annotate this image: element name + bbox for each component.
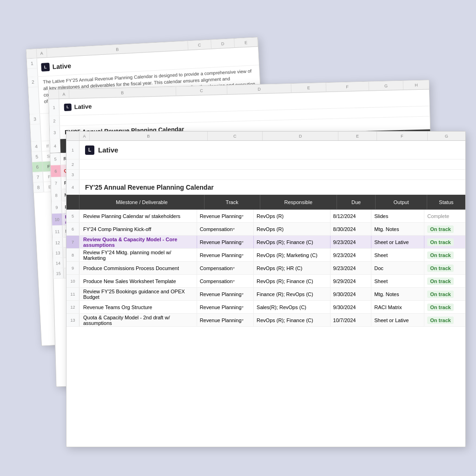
s3-r12-status: On track <box>424 301 465 313</box>
s3-th-track: Track <box>205 195 260 209</box>
s3-col-a: A <box>79 132 90 140</box>
logo-icon: L <box>41 62 50 71</box>
s2-rn-4: 4 <box>50 139 61 153</box>
s3-r11-responsible: Finance (R); RevOps (C) <box>254 288 330 300</box>
s2-col-e: E <box>291 83 326 93</box>
s3-r5-status: Complete <box>424 210 465 222</box>
s3-r11-due: 9/30/2024 <box>331 288 372 300</box>
s3-r6-status: On track <box>424 223 465 235</box>
s2-rn-2: 2 <box>49 116 60 126</box>
s2-col-a: A <box>59 90 69 99</box>
s3-r6-output: Mtg. Notes <box>371 223 424 235</box>
s3-r9-due: 9/23/2024 <box>331 262 372 274</box>
s3-col-g: G <box>428 132 465 140</box>
s3-logo-icon: L <box>85 145 94 155</box>
sheet-3: A B C D E F G 1 L Lative 2 3 <box>66 131 466 447</box>
s3-sheet-title: FY'25 Annual Revenue Planning Calendar <box>79 180 465 194</box>
s3-row-11: 11 Review FY'25 Bookings guidance and OP… <box>66 288 465 301</box>
s3-r6-track: Compensation ▾ <box>197 223 254 235</box>
s3-r12-responsible: Sales(R); RevOps (C) <box>254 301 330 313</box>
s2-rn-5: 5 <box>50 153 61 165</box>
s3-table-header: Milestone / Deliverable Track Responsibl… <box>66 195 465 210</box>
s3-r7-responsible: RevOps (R); Finance (C) <box>254 236 330 248</box>
s2-col-d: D <box>227 84 292 94</box>
s2-rn-10: 10 <box>52 213 63 225</box>
s3-r5-output: Slides <box>371 210 424 222</box>
s2-col-g: G <box>369 81 404 91</box>
s3-r9-output: Doc <box>371 262 424 274</box>
s3-r13-track: Revenue Planning ▾ <box>197 314 254 326</box>
s3-row-9: 9 Produce Commissions Process Document C… <box>66 262 465 275</box>
s3-r9-status: On track <box>424 262 465 274</box>
s3-r5-responsible: RevOps (R) <box>254 210 330 222</box>
s3-r11-status: On track <box>424 288 465 300</box>
s3-r7-milestone: Review Quota & Capacity Model - Core ass… <box>79 236 197 248</box>
s3-r5-milestone: Review Planning Calendar w/ stakeholders <box>79 210 197 222</box>
s3-r6-due: 8/30/2024 <box>331 223 372 235</box>
s3-r5-due: 8/12/2024 <box>331 210 372 222</box>
s3-r8-milestone: Review FY'24 Mktg. planning model w/ Mar… <box>79 249 197 261</box>
s3-row-6: 6 FY'24 Comp Planning Kick-off Compensat… <box>66 223 465 236</box>
s3-r13-due: 10/7/2024 <box>331 314 372 326</box>
s2-rn-11: 11 <box>52 225 63 238</box>
s3-r7-due: 9/23/2024 <box>331 236 372 248</box>
s3-r12-milestone: Revenue Teams Org Structure <box>79 301 197 313</box>
s3-col-f: F <box>377 132 428 140</box>
s2-rn-9: 9 <box>52 201 62 213</box>
s2-rn-8: 8 <box>51 189 62 201</box>
s3-r6-milestone: FY'24 Comp Planning Kick-off <box>79 223 197 235</box>
s3-col-e: E <box>338 132 377 140</box>
s2-col-f: F <box>326 82 369 92</box>
s3-r9-milestone: Produce Commissions Process Document <box>79 262 197 274</box>
s2-col-h: H <box>403 80 429 89</box>
s3-col-c: C <box>208 132 263 140</box>
s3-th-output: Output <box>376 195 427 209</box>
s3-r6-responsible: RevOps (R) <box>254 223 330 235</box>
col-header-a: A <box>37 48 47 58</box>
s3-r5-track: Revenue Planning ▾ <box>197 210 254 222</box>
s3-th-responsible: Responsible <box>260 195 337 209</box>
s3-row-3: 3 <box>66 170 465 180</box>
s3-r11-track: Revenue Planning ▾ <box>197 288 254 300</box>
s3-r11-output: Mtg. Notes <box>371 288 424 300</box>
s3-r8-due: 9/23/2024 <box>331 249 372 261</box>
logo-text: Lative <box>52 62 71 70</box>
s3-logo-text: Lative <box>98 146 118 154</box>
s3-r12-due: 9/30/2024 <box>331 301 372 313</box>
s3-r10-milestone: Produce New Sales Worksheet Template <box>79 275 197 287</box>
s2-rn-1: 1 <box>49 99 60 116</box>
s3-col-d: D <box>263 132 338 140</box>
s3-r7-track: Revenue Planning ▾ <box>197 236 254 248</box>
s3-row-7: 7 Review Quota & Capacity Model - Core a… <box>66 236 465 249</box>
s3-col-b: B <box>90 132 208 140</box>
s3-rn-1: 1 <box>66 141 79 159</box>
s3-r9-track: Compensation ▾ <box>197 262 254 274</box>
s3-row-10: 10 Produce New Sales Worksheet Template … <box>66 275 465 288</box>
s3-r13-status: On track <box>424 314 465 326</box>
s3-th-due: Due <box>337 195 376 209</box>
s3-r10-output: Sheet <box>371 275 424 287</box>
s3-r8-track: Revenue Planning ▾ <box>197 249 254 261</box>
s2-rn-3: 3 <box>50 126 60 139</box>
s2-logo-text: Lative <box>74 103 92 110</box>
s3-r7-status: On track <box>424 236 465 248</box>
s3-r8-status: On track <box>424 249 465 261</box>
s3-logo-row: 1 L Lative <box>66 141 465 159</box>
s3-r10-status: On track <box>424 275 465 287</box>
s3-row-5: 5 Review Planning Calendar w/ stakeholde… <box>66 210 465 223</box>
col-header-e: E <box>234 37 258 47</box>
s2-rn-6: 6 <box>51 165 61 177</box>
s3-row-13: 13 Quota & Capacity Model - 2nd draft w/… <box>66 314 465 327</box>
s3-row-2: 2 <box>66 159 465 170</box>
s3-r12-output: RACI Matrix <box>371 301 424 313</box>
s3-r9-responsible: RevOps (R); HR (C) <box>254 262 330 274</box>
s3-row-8: 8 Review FY'24 Mktg. planning model w/ M… <box>66 249 465 262</box>
col-header-c: C <box>188 40 212 50</box>
s3-r10-responsible: RevOps (R); Finance (C) <box>254 275 330 287</box>
s3-r13-responsible: RevOps (R); Finance (C) <box>254 314 330 326</box>
s2-col-c: C <box>176 86 227 96</box>
col-header-d: D <box>211 39 235 49</box>
s3-title-row: 4 FY'25 Annual Revenue Planning Calendar <box>66 180 465 195</box>
s3-th-status: Status <box>427 195 465 209</box>
s3-row-12: 12 Revenue Teams Org Structure Revenue P… <box>66 301 465 314</box>
